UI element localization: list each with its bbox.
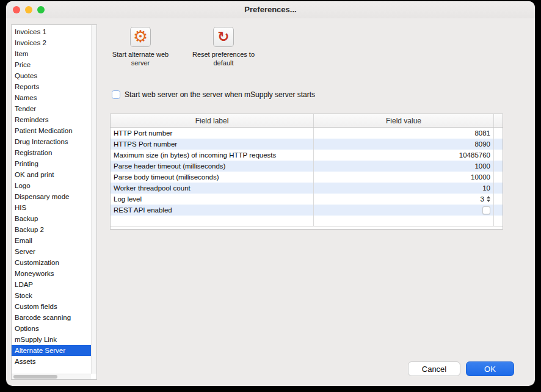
field-label-cell: Parse body timeout (milliseconds) xyxy=(111,172,314,183)
extra-cell xyxy=(494,216,503,226)
table-row: Parse body timeout (milliseconds)10000 xyxy=(111,172,503,183)
table-header: Field label Field value xyxy=(111,114,503,128)
sidebar-item-backup-2[interactable]: Backup 2 xyxy=(12,224,91,235)
sidebar-item-ldap[interactable]: LDAP xyxy=(12,279,91,290)
sidebar-item-msupply-link[interactable]: mSupply Link xyxy=(12,334,91,345)
table-row: Maximum size (in bytes) of incoming HTTP… xyxy=(111,150,503,161)
sidebar-item-drug-interactions[interactable]: Drug Interactions xyxy=(12,136,91,147)
sidebar-item-registration[interactable]: Registration xyxy=(12,147,91,158)
field-value-cell[interactable]: 10485760 xyxy=(314,150,494,161)
rest-api-enabled-checkbox[interactable] xyxy=(482,206,490,214)
log-level-stepper[interactable] xyxy=(487,196,490,202)
sidebar-item-reports[interactable]: Reports xyxy=(12,81,91,92)
field-label-cell: Log level xyxy=(111,194,314,205)
refresh-icon: ↻ xyxy=(213,27,234,47)
sidebar-item-item[interactable]: Item xyxy=(12,48,91,59)
sidebar-item-reminders[interactable]: Reminders xyxy=(12,114,91,125)
sidebar-item-logo[interactable]: Logo xyxy=(12,180,91,191)
cancel-button[interactable]: Cancel xyxy=(408,361,460,376)
zoom-button[interactable] xyxy=(37,6,45,13)
field-label-cell: Maximum size (in bytes) of incoming HTTP… xyxy=(111,150,314,161)
field-value-cell[interactable]: 8090 xyxy=(314,139,494,150)
sidebar-item-ok-and-print[interactable]: OK and print xyxy=(12,169,91,180)
sidebar-item-barcode-scanning[interactable]: Barcode scanning xyxy=(12,312,91,323)
start-web-server-option: Start web server on the server when mSup… xyxy=(112,90,315,99)
field-label-cell: Worker threadpool count xyxy=(111,183,314,194)
sidebar-item-server[interactable]: Server xyxy=(12,246,91,257)
sidebar-item-moneyworks[interactable]: Moneyworks xyxy=(12,268,91,279)
table-row: Log level3 xyxy=(111,194,503,205)
scrollbar-thumb[interactable] xyxy=(13,375,57,379)
close-button[interactable] xyxy=(13,6,20,13)
sidebar-item-backup[interactable]: Backup xyxy=(12,213,91,224)
column-header-field-value[interactable]: Field value xyxy=(314,114,494,127)
table-row: HTTP Port number8081 xyxy=(111,128,503,139)
field-value-cell[interactable]: 10000 xyxy=(314,172,494,183)
sidebar-item-patient-medication[interactable]: Patient Medication xyxy=(12,125,91,136)
table-body: HTTP Port number8081HTTPS Port number809… xyxy=(111,128,503,227)
column-header-field-label[interactable]: Field label xyxy=(111,114,314,127)
table-row: Parse header timeout (milliseconds)1000 xyxy=(111,161,503,172)
extra-cell xyxy=(494,139,503,150)
field-value-text: 3 xyxy=(481,195,484,203)
field-label-cell xyxy=(111,216,314,226)
sidebar-item-dispensary-mode[interactable]: Dispensary mode xyxy=(12,191,91,202)
start-web-server-checkbox-label: Start web server on the server when mSup… xyxy=(125,90,315,99)
extra-cell xyxy=(494,205,503,216)
start-alternate-web-server-label: Start alternate web server xyxy=(104,50,177,68)
sidebar-item-price[interactable]: Price xyxy=(12,59,91,70)
sidebar-item-invoices-2[interactable]: Invoices 2 xyxy=(12,37,91,48)
field-value-cell[interactable]: 1000 xyxy=(314,161,494,172)
preferences-table: Field label Field value HTTP Port number… xyxy=(110,114,503,230)
field-label-cell: HTTP Port number xyxy=(111,128,314,139)
field-value-cell xyxy=(314,216,494,226)
gear-glyph: ⚙ xyxy=(133,29,148,45)
reset-preferences-button[interactable]: ↻ Reset preferences to default xyxy=(183,27,264,68)
stepper-up-icon[interactable] xyxy=(487,196,490,198)
table-row: Worker threadpool count10 xyxy=(111,183,503,194)
sidebar-item-assets[interactable]: Assets xyxy=(12,356,91,367)
ok-button[interactable]: OK xyxy=(466,361,514,376)
minimize-button[interactable] xyxy=(25,6,32,13)
start-alternate-web-server-button[interactable]: ⚙ Start alternate web server xyxy=(104,27,177,68)
extra-cell xyxy=(494,183,503,194)
extra-cell xyxy=(494,128,503,139)
window-title: Preferences... xyxy=(6,1,535,18)
preferences-window: Preferences... Invoices 1Invoices 2ItemP… xyxy=(6,1,535,386)
sidebar-horizontal-scrollbar[interactable] xyxy=(12,374,91,379)
titlebar: Preferences... xyxy=(6,1,535,18)
extra-cell xyxy=(494,172,503,183)
stepper-down-icon[interactable] xyxy=(487,200,490,202)
sidebar-item-customization[interactable]: Customization xyxy=(12,257,91,268)
sidebar-item-email[interactable]: Email xyxy=(12,235,91,246)
extra-cell xyxy=(494,194,503,205)
table-row xyxy=(111,216,503,227)
sidebar-item-options[interactable]: Options xyxy=(12,323,91,334)
table-row: HTTPS Port number8090 xyxy=(111,139,503,150)
sidebar-vertical-scrollbar[interactable] xyxy=(91,25,96,374)
sidebar-item-alternate-server[interactable]: Alternate Server xyxy=(12,345,91,356)
sidebar-item-stock[interactable]: Stock xyxy=(12,290,91,301)
sidebar-item-invoices-1[interactable]: Invoices 1 xyxy=(12,26,91,37)
field-value-cell[interactable] xyxy=(314,205,494,216)
field-value-cell[interactable]: 3 xyxy=(314,194,494,205)
gear-icon: ⚙ xyxy=(130,27,151,47)
table-row: REST API enabled xyxy=(111,205,503,216)
refresh-glyph: ↻ xyxy=(217,30,229,44)
sidebar-item-custom-fields[interactable]: Custom fields xyxy=(12,301,91,312)
sidebar-item-tender[interactable]: Tender xyxy=(12,103,91,114)
sidebar-item-names[interactable]: Names xyxy=(12,92,91,103)
extra-cell xyxy=(494,161,503,172)
sidebar-item-printing[interactable]: Printing xyxy=(12,158,91,169)
column-header-extra xyxy=(494,114,503,127)
sidebar-item-quotes[interactable]: Quotes xyxy=(12,70,91,81)
field-value-cell[interactable]: 10 xyxy=(314,183,494,194)
field-label-cell: REST API enabled xyxy=(111,205,314,216)
reset-preferences-label: Reset preferences to default xyxy=(183,50,264,68)
sidebar: Invoices 1Invoices 2ItemPriceQuotesRepor… xyxy=(11,24,97,380)
sidebar-item-his[interactable]: HIS xyxy=(12,202,91,213)
field-label-cell: HTTPS Port number xyxy=(111,139,314,150)
start-web-server-checkbox[interactable] xyxy=(112,90,120,99)
extra-cell xyxy=(494,150,503,161)
field-value-cell[interactable]: 8081 xyxy=(314,128,494,139)
